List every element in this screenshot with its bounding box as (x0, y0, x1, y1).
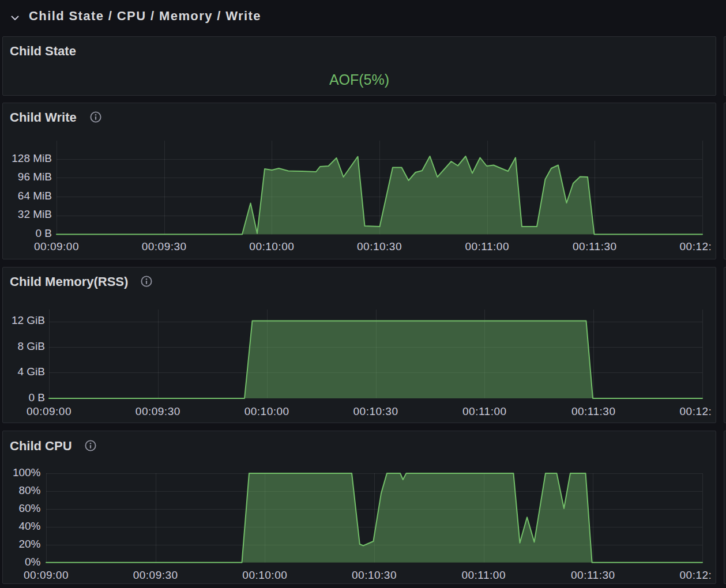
svg-text:00:10:00: 00:10:00 (242, 569, 287, 581)
svg-text:00:12:: 00:12: (680, 240, 712, 252)
svg-text:0 B: 0 B (28, 391, 45, 404)
svg-text:00:12:: 00:12: (680, 405, 712, 417)
svg-text:8 GiB: 8 GiB (17, 340, 45, 352)
svg-text:00:09:30: 00:09:30 (133, 569, 178, 581)
svg-text:128 MiB: 128 MiB (12, 152, 52, 164)
svg-text:12 GiB: 12 GiB (12, 314, 45, 326)
svg-text:00:11:30: 00:11:30 (571, 569, 615, 581)
svg-text:00:09:00: 00:09:00 (24, 569, 69, 581)
svg-text:32 MiB: 32 MiB (18, 208, 52, 220)
svg-text:00:09:00: 00:09:00 (34, 240, 79, 252)
svg-text:64 MiB: 64 MiB (18, 190, 52, 202)
svg-text:4 GiB: 4 GiB (17, 365, 45, 378)
svg-text:0%: 0% (25, 556, 41, 568)
svg-text:00:10:30: 00:10:30 (352, 569, 397, 581)
svg-text:00:11:30: 00:11:30 (571, 405, 616, 417)
svg-text:00:11:00: 00:11:00 (461, 569, 506, 581)
svg-text:00:11:00: 00:11:00 (465, 240, 509, 252)
svg-text:00:10:00: 00:10:00 (249, 240, 294, 252)
svg-text:60%: 60% (18, 502, 40, 514)
svg-text:96 MiB: 96 MiB (18, 171, 52, 183)
svg-text:00:11:00: 00:11:00 (462, 405, 507, 417)
svg-text:0 B: 0 B (35, 227, 52, 239)
svg-text:80%: 80% (18, 484, 40, 496)
svg-text:00:09:00: 00:09:00 (27, 405, 72, 417)
svg-text:00:09:30: 00:09:30 (142, 240, 187, 252)
svg-text:00:09:30: 00:09:30 (136, 405, 180, 417)
svg-text:00:10:30: 00:10:30 (353, 405, 398, 417)
svg-text:40%: 40% (18, 520, 40, 532)
svg-text:100%: 100% (13, 466, 41, 478)
svg-text:00:11:30: 00:11:30 (573, 240, 617, 252)
svg-text:00:12:: 00:12: (680, 569, 712, 581)
svg-text:20%: 20% (18, 538, 40, 550)
svg-text:00:10:30: 00:10:30 (357, 240, 402, 252)
svg-text:00:10:00: 00:10:00 (244, 405, 289, 417)
